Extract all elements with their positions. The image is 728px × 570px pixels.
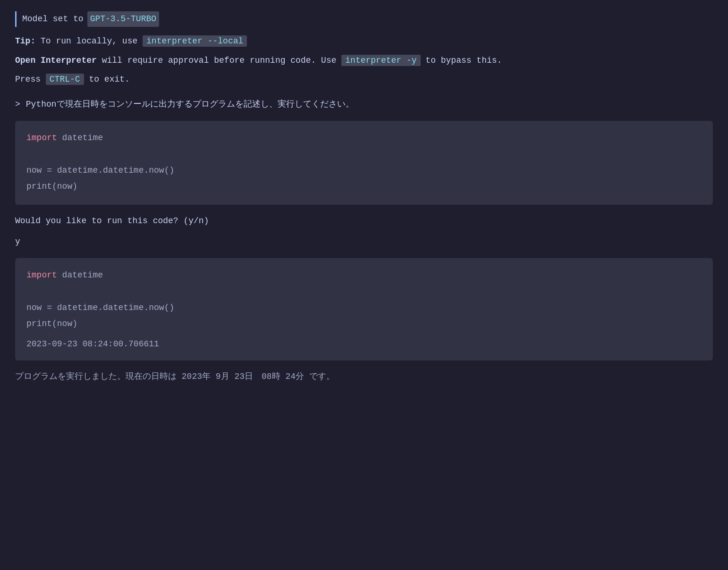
- tip-code: interpreter --local: [143, 35, 247, 47]
- tip-line: Tip: To run locally, use interpreter --l…: [15, 34, 713, 48]
- code2-now-assignment: now = datetime.datetime.now(): [26, 303, 174, 312]
- code2-line-4: print(now): [26, 316, 702, 331]
- code-block-1: import datetime now = datetime.datetime.…: [15, 121, 713, 205]
- press-ctrl-c-line: Press CTRL-C to exit.: [15, 73, 713, 86]
- model-name-badge: GPT-3.5-TURBO: [87, 11, 159, 27]
- code2-line-2: [26, 284, 702, 299]
- summary-line: プログラムを実行しました。現在の日時は 2023年 9月 23日 08時 24分…: [15, 370, 713, 384]
- code-line-1: import datetime: [26, 130, 702, 145]
- answer-text: y: [15, 237, 20, 246]
- open-interp-text-after: to bypass this.: [421, 56, 502, 65]
- tip-text-before: To run locally, use: [35, 36, 143, 46]
- code-print: print(now): [26, 182, 77, 191]
- tip-label: Tip:: [15, 36, 35, 46]
- code2-print: print(now): [26, 319, 77, 328]
- prompt-text: Pythonで現在日時をコンソールに出力するプログラムを記述し、実行してください…: [26, 98, 354, 111]
- model-set-line: Model set to GPT-3.5-TURBO: [15, 11, 713, 27]
- model-set-label: Model set to: [22, 12, 84, 26]
- user-answer: y: [15, 235, 713, 249]
- code2-line-1: import datetime: [26, 268, 702, 283]
- code-line-4: print(now): [26, 179, 702, 194]
- code-line-1-rest: datetime: [57, 133, 103, 142]
- open-interpreter-line: Open Interpreter will require approval b…: [15, 54, 713, 67]
- press-text-after: to exit.: [84, 75, 130, 84]
- code-now-assignment: now = datetime.datetime.now(): [26, 166, 174, 175]
- keyword-import-2: import: [26, 270, 57, 280]
- open-interp-text-before: will require approval before running cod…: [97, 56, 341, 65]
- summary-text: プログラムを実行しました。現在の日時は 2023年 9月 23日 08時 24分…: [15, 372, 335, 381]
- user-prompt-line: > Pythonで現在日時をコンソールに出力するプログラムを記述し、実行してくだ…: [15, 98, 713, 111]
- press-text-before: Press: [15, 75, 46, 84]
- code-block-2: import datetime now = datetime.datetime.…: [15, 258, 713, 360]
- code2-line-1-rest: datetime: [57, 270, 103, 280]
- code-output: 2023-09-23 08:24:00.706611: [26, 337, 702, 351]
- code-line-3: now = datetime.datetime.now(): [26, 163, 702, 178]
- question-text: Would you like to run this code? (y/n): [15, 216, 209, 226]
- ctrl-c-code: CTRL-C: [46, 74, 84, 85]
- code-line-2: [26, 146, 702, 161]
- open-interpreter-bold: Open Interpreter: [15, 56, 97, 65]
- run-code-question: Would you like to run this code? (y/n): [15, 214, 713, 228]
- open-interp-code: interpreter -y: [341, 55, 420, 66]
- prompt-arrow: >: [15, 98, 20, 111]
- code2-line-3: now = datetime.datetime.now(): [26, 300, 702, 315]
- keyword-import-1: import: [26, 133, 57, 142]
